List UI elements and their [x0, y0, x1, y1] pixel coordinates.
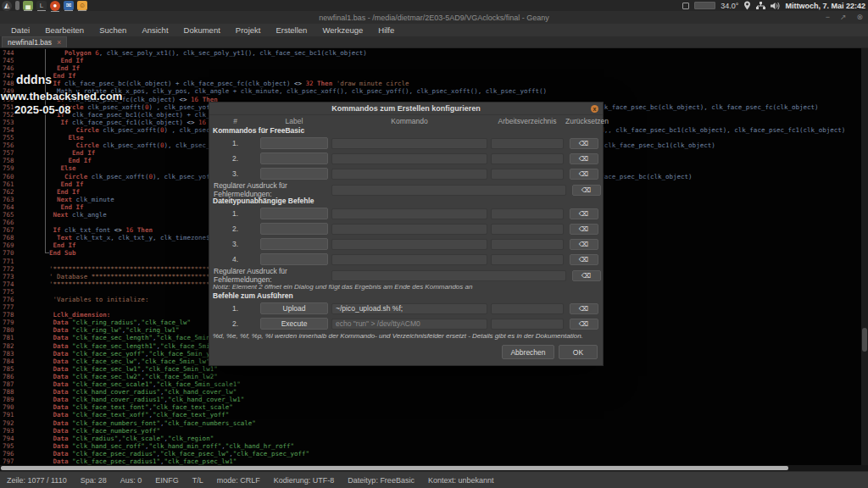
vertical-scrollbar-thumb[interactable]: [862, 328, 867, 352]
ok-button[interactable]: OK: [559, 345, 598, 359]
code-line-744[interactable]: 744 Polygon 6, clk_sec_poly_xt1(), clk_s…: [0, 49, 845, 57]
command-field[interactable]: [331, 169, 487, 180]
menu-hilfe[interactable]: Hilfe: [370, 24, 402, 36]
code-line-789[interactable]: 789 Data "clk_hand_cover_radius1","clk_h…: [0, 396, 845, 403]
workdir-field[interactable]: [491, 319, 564, 330]
command-field[interactable]: [331, 224, 487, 235]
code-line-794[interactable]: 794 Data "clk_radius","clk_scale","clk_r…: [0, 435, 845, 442]
code-line-746[interactable]: 746 End If: [0, 64, 845, 72]
line-text: End If: [42, 180, 84, 188]
code-line-787[interactable]: 787 Data "clk_face_sec_scale1","clk_face…: [0, 380, 845, 388]
reset-button[interactable]: ⌫: [570, 208, 598, 219]
reset-button[interactable]: ⌫: [570, 303, 598, 314]
tab-close-icon[interactable]: ×: [57, 39, 61, 47]
maximize-button[interactable]: ↗: [840, 11, 847, 24]
temperature-indicator[interactable]: 34.0°: [721, 2, 738, 10]
label-button[interactable]: [260, 253, 328, 265]
code-line-795[interactable]: 795 Data "clk_hand_sec_roff","clk_hand_m…: [0, 442, 845, 450]
reset-button[interactable]: ⌫: [572, 185, 601, 196]
menu-erstellen[interactable]: Erstellen: [268, 24, 314, 36]
reset-button[interactable]: ⌫: [570, 138, 598, 149]
reset-button[interactable]: ⌫: [570, 254, 598, 265]
label-button[interactable]: [260, 208, 328, 219]
code-line-747[interactable]: 747 End If: [0, 72, 845, 80]
code-line-796[interactable]: 796 Data "clk_face_psec_radius","clk_fac…: [0, 450, 845, 458]
code-line-745[interactable]: 745 End If: [0, 57, 845, 64]
menu-bearbeiten[interactable]: Bearbeiten: [37, 24, 92, 36]
reset-button[interactable]: ⌫: [570, 224, 598, 235]
workdir-field[interactable]: [491, 153, 564, 164]
line-number: 745: [0, 57, 42, 64]
command-field[interactable]: [331, 239, 487, 250]
terminal-icon[interactable]: L: [36, 1, 47, 10]
command-field[interactable]: echo "run" > /dev/ttyACM0: [331, 319, 487, 330]
menu-datei[interactable]: Datei: [3, 24, 37, 36]
command-field[interactable]: [331, 153, 487, 164]
command-field[interactable]: [331, 208, 487, 219]
code-line-788[interactable]: 788 Data "clk_hand_cover_radius","clk_ha…: [0, 388, 845, 396]
volume-icon[interactable]: [771, 2, 780, 10]
reset-button[interactable]: ⌫: [570, 153, 598, 164]
window-titlebar[interactable]: newfinal1.bas - /media/dietmar/2E03-5AD9…: [0, 11, 868, 24]
dialog-row-1-1: 2.⌫: [209, 221, 603, 236]
label-button[interactable]: [260, 223, 328, 235]
label-button[interactable]: [260, 238, 328, 250]
dialog-titlebar[interactable]: Kommandos zum Erstellen konfigurieren x: [209, 103, 603, 115]
panel-clock[interactable]: Mittwoch, 7. Mai 22:42: [785, 2, 865, 10]
command-field[interactable]: [331, 254, 487, 265]
workdir-field[interactable]: [491, 239, 564, 250]
workdir-field[interactable]: [491, 224, 564, 235]
code-line-792[interactable]: 792 Data "clk_face_numbers_font","clk_fa…: [0, 419, 845, 427]
code-line-797[interactable]: 797 Data "clk_face_psec_radius1","clk_fa…: [0, 458, 845, 465]
label-button[interactable]: Execute: [260, 318, 328, 330]
regex-field[interactable]: [331, 270, 566, 281]
mail-icon[interactable]: ✉: [64, 1, 74, 10]
reset-button[interactable]: ⌫: [570, 169, 598, 180]
cancel-button[interactable]: Abbrechen: [502, 345, 554, 359]
menu-suchen[interactable]: Suchen: [92, 24, 134, 36]
network-icon[interactable]: [756, 2, 765, 10]
reset-button[interactable]: ⌫: [570, 239, 598, 250]
dialog-close-icon[interactable]: x: [591, 105, 598, 113]
workdir-field[interactable]: [491, 303, 564, 314]
code-line-790[interactable]: 790 Data "clk_face_text_font","clk_face_…: [0, 403, 845, 411]
distro-menu-icon[interactable]: ◭: [2, 1, 12, 11]
location-pin-icon[interactable]: [743, 1, 751, 10]
horizontal-scrollbar-thumb[interactable]: [1, 466, 788, 470]
reset-button[interactable]: ⌫: [572, 270, 601, 281]
code-line-786[interactable]: 786 Data "clk_face_sec_lw2","clk_face_5m…: [0, 373, 845, 380]
code-line-785[interactable]: 785 Data "clk_face_sec_lw1","clk_face_5m…: [0, 365, 845, 373]
workdir-field[interactable]: [491, 169, 564, 180]
menu-ansicht[interactable]: Ansicht: [134, 24, 175, 36]
command-field[interactable]: [331, 138, 487, 149]
chat-icon[interactable]: ☺: [77, 1, 87, 10]
close-button[interactable]: ⊗: [856, 11, 863, 24]
workdir-field[interactable]: [491, 254, 564, 265]
workdir-field[interactable]: [491, 138, 564, 149]
reset-button[interactable]: ⌫: [570, 319, 598, 330]
row-number: 1.: [212, 304, 259, 313]
menu-dokument[interactable]: Dokument: [176, 24, 228, 36]
tray-widget-box[interactable]: [694, 2, 715, 9]
minimize-button[interactable]: −: [826, 11, 830, 24]
file-manager-icon[interactable]: ▄: [23, 1, 33, 10]
command-field[interactable]: ~/pico_upload.sh %f;: [331, 303, 487, 314]
vertical-scrollbar[interactable]: [861, 48, 868, 465]
code-line-791[interactable]: 791 Data "clk_face_text_xoff","clk_face_…: [0, 411, 845, 419]
tab-newfinal1[interactable]: newfinal1.bas ×: [2, 36, 67, 47]
workdir-field[interactable]: [491, 208, 564, 219]
label-button[interactable]: Upload: [260, 302, 328, 314]
window-restore-icon[interactable]: [682, 3, 689, 9]
regex-field[interactable]: [331, 185, 566, 196]
label-button[interactable]: [260, 137, 328, 149]
horizontal-scrollbar[interactable]: [0, 465, 868, 471]
code-line-749[interactable]: 749 Math v_rotate clk_x_pos, clk_y_pos, …: [0, 87, 845, 95]
label-button[interactable]: [260, 168, 328, 180]
code-line-748[interactable]: 748 If clk_face_psec_bc(clk_object) + cl…: [0, 80, 845, 87]
code-line-793[interactable]: 793 Data "clk_face_numbers_yoff": [0, 427, 845, 435]
menu-werkzeuge[interactable]: Werkzeuge: [314, 24, 370, 36]
label-button[interactable]: [260, 152, 328, 164]
media-app-icon[interactable]: ●: [50, 1, 60, 11]
menu-projekt[interactable]: Projekt: [228, 24, 269, 36]
show-desktop-icon[interactable]: [15, 1, 19, 10]
